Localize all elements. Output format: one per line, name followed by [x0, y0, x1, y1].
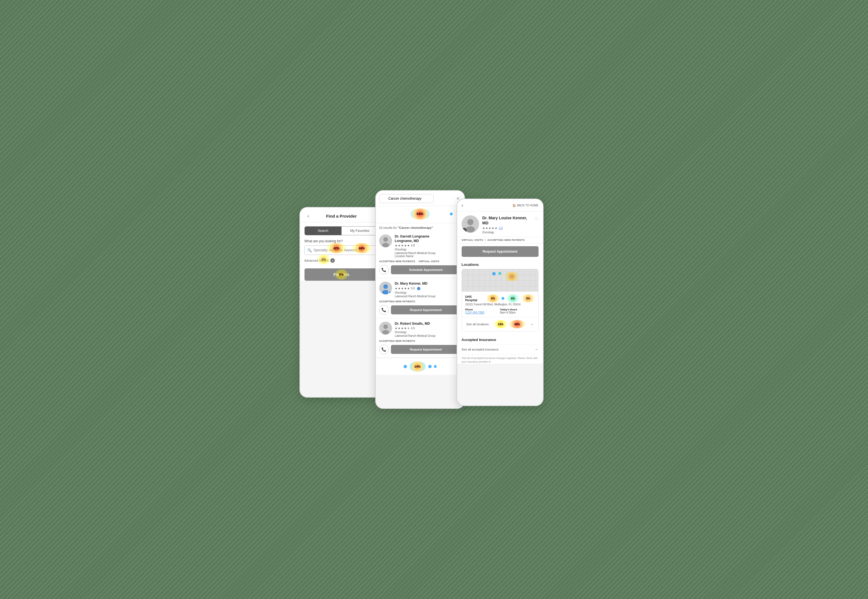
detail-specialty: Oncology: [482, 231, 531, 234]
rating-1: 4.8: [411, 244, 415, 247]
page-dot-1: [403, 365, 407, 368]
location-meta: Phone (123) 456-7890 Today's Hours 8am-4…: [465, 308, 535, 314]
provider-card-1: Dr. Garrett LongnameLongname, MD ★ ★ ★ ★…: [376, 231, 465, 278]
star3: ★: [401, 244, 403, 247]
request-appointment-button-3[interactable]: Request Appointment: [391, 345, 461, 354]
svg-point-7: [383, 324, 388, 329]
provider-actions-3: 📞 Request Appointment: [379, 345, 461, 354]
phone-value[interactable]: (123) 456-7890: [465, 311, 500, 314]
provider-specialty-3: Oncology: [395, 331, 461, 334]
pagination-bar: 14%: [376, 358, 465, 375]
rating-3: 4.5: [411, 327, 415, 330]
back-button-detail[interactable]: ‹: [462, 202, 463, 208]
detail-avatar: ▶: [462, 215, 479, 233]
locations-section-title: Locations: [457, 260, 543, 269]
see-all-locations-row[interactable]: See all locations 14% 44% →: [462, 317, 538, 331]
call-button-2[interactable]: 📞: [379, 305, 389, 315]
svg-point-8: [382, 330, 389, 334]
provider-detail-info: ▶ Dr. Mary Louise Kenner, MD ★ ★ ★ ★ ★ 4…: [457, 211, 543, 237]
insurance-section: Accepted Insurance See all accepted insu…: [457, 335, 543, 363]
see-all-insurance-row[interactable]: See all accepted insurance →: [462, 344, 539, 355]
screen1-header: ‹ Find a Provider: [300, 208, 383, 223]
see-insurance-text: See all accepted insurance: [462, 348, 499, 351]
star2: ★: [398, 244, 400, 247]
back-to-home-link[interactable]: 🏠 BACK TO HOME: [512, 204, 538, 207]
call-button-1[interactable]: 📞: [379, 265, 389, 275]
search-input[interactable]: [305, 245, 379, 255]
detail-rating[interactable]: 4.8: [499, 227, 503, 230]
schedule-appointment-button-1[interactable]: Schedule Appointment: [391, 265, 461, 274]
screens-container: ‹ Find a Provider Search My Favorites Wh…: [299, 190, 569, 409]
advanced-search-label: Advanced Search: [305, 259, 329, 262]
provider-card-2: Dr. Mary Kenner, MD ★ ★ ★ ★ ★ 5.0 Oncolo…: [376, 278, 465, 318]
video-play-badge[interactable]: ▶: [462, 228, 467, 233]
hours-value: 8am-4:30pm: [500, 311, 535, 314]
virtual-bar: VIRTUAL VISITS • ACCEPTING NEW PATIENTS: [457, 237, 543, 244]
request-appointment-button-detail[interactable]: Request Appointment: [462, 246, 539, 257]
star1-2: ★: [395, 287, 397, 290]
location-address: 10101 Forest Hill Blvd, Wellington, FL 3…: [465, 303, 535, 306]
phone-meta: Phone (123) 456-7890: [465, 308, 500, 314]
provider-stars-1: ★ ★ ★ ★ ★ 4.8: [395, 244, 461, 247]
screen1-title: Find a Provider: [312, 214, 371, 218]
request-appointment-button-2[interactable]: Request Appointment: [391, 306, 461, 315]
svg-point-4: [383, 284, 388, 289]
see-all-arrow: →: [530, 322, 533, 327]
rating-2: 5.0: [411, 287, 415, 290]
heatmap-14-seeall: 14%: [494, 320, 508, 328]
detail-stars: ★ ★ ★ ★ ★ 4.8: [482, 227, 531, 230]
star5-3: ★: [407, 327, 410, 330]
back-button[interactable]: ‹: [305, 212, 312, 220]
dstar3: ★: [489, 227, 491, 230]
star4-3: ★: [404, 327, 407, 330]
tab-favorites[interactable]: My Favorites: [341, 227, 378, 235]
provider-name-3: Dr. Robert Smalls, MD: [395, 322, 461, 326]
page-dot-2: [428, 365, 432, 368]
provider-badges-3: ACCEPTING NEW PATIENTS: [379, 340, 461, 342]
star5: ★: [407, 244, 410, 247]
insurance-title: Accepted Insurance: [462, 335, 539, 344]
dstar4: ★: [492, 227, 494, 230]
search-input-wrap: 🔍 42% 44%: [305, 245, 379, 255]
find-doctors-button[interactable]: Find Drs: [305, 268, 379, 281]
star3-2: ★: [401, 287, 403, 290]
insurance-note: This list of accepted insurance changes …: [462, 357, 539, 363]
star5-2: ★: [407, 287, 410, 290]
star1-3: ★: [395, 327, 397, 330]
provider-avatar-1: [379, 235, 392, 247]
insurance-arrow: →: [534, 347, 539, 352]
call-button-3[interactable]: 📞: [379, 345, 389, 354]
results-query: "Cancer chemotherapy": [398, 226, 433, 229]
search-bar: 🔍 ✕: [376, 191, 465, 206]
heatmap-44-seeall: 44%: [509, 320, 525, 328]
provider-name-1: Dr. Garrett LongnameLongname, MD: [395, 235, 461, 243]
screen3-header: ‹ 🏠 BACK TO HOME: [457, 199, 543, 211]
star1: ★: [395, 244, 397, 247]
provider-actions-2: 📞 Request Appointment: [379, 305, 461, 315]
map-grid: [462, 269, 538, 292]
location-name: UHS Hospital 8% 6% 8%: [465, 295, 535, 302]
heatmap-8-location: 8%: [486, 295, 500, 302]
location-map: 11%: [462, 269, 538, 292]
svg-point-10: [467, 219, 473, 225]
heatmap-64: 64%: [410, 208, 430, 220]
dstar2: ★: [486, 227, 488, 230]
screen2-search-results: 🔍 ✕ 64% 10 results for "Cancer chemother…: [375, 190, 465, 409]
favorite-star-button[interactable]: ☆: [534, 215, 539, 221]
page-dot-3: [434, 365, 437, 368]
dstar1: ★: [482, 227, 485, 230]
provider-info-1: Dr. Garrett LongnameLongname, MD ★ ★ ★ ★…: [395, 235, 461, 258]
advanced-search-plus: +: [330, 258, 335, 263]
star2-3: ★: [398, 327, 400, 330]
screen1-find-provider: ‹ Find a Provider Search My Favorites Wh…: [299, 207, 383, 398]
star4-2: ★: [404, 287, 407, 290]
advanced-search[interactable]: Advanced Search + 6%: [300, 258, 383, 268]
badge-new-patients-1: ACCEPTING NEW PATIENTS: [379, 260, 415, 263]
tab-search[interactable]: Search: [305, 227, 341, 235]
location-dot: [501, 297, 504, 300]
provider-specialty-1: Oncology: [395, 248, 461, 251]
detail-provider-info: Dr. Mary Louise Kenner, MD ★ ★ ★ ★ ★ 4.8…: [482, 215, 531, 234]
search-input-results[interactable]: [379, 194, 433, 203]
provider-info-2: Dr. Mary Kenner, MD ★ ★ ★ ★ ★ 5.0 Oncolo…: [395, 281, 461, 298]
screen3-provider-detail: ‹ 🏠 BACK TO HOME ▶ Dr. Mary Lou: [457, 199, 543, 406]
